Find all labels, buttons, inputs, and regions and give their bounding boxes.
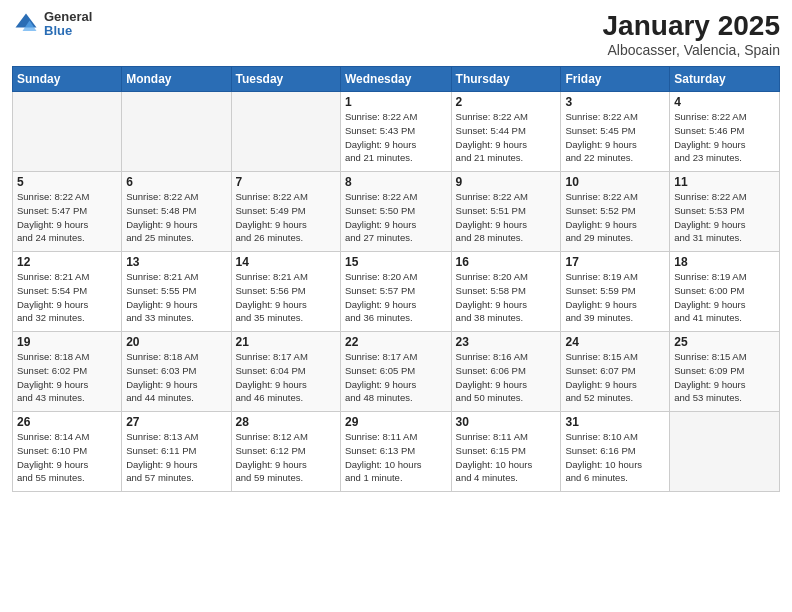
- logo-general: General: [44, 10, 92, 24]
- svg-marker-0: [16, 14, 37, 28]
- header-tuesday: Tuesday: [231, 67, 340, 92]
- header: General Blue January 2025 Albocasser, Va…: [12, 10, 780, 58]
- calendar-day: 19Sunrise: 8:18 AM Sunset: 6:02 PM Dayli…: [13, 332, 122, 412]
- day-info: Sunrise: 8:21 AM Sunset: 5:56 PM Dayligh…: [236, 270, 336, 325]
- header-thursday: Thursday: [451, 67, 561, 92]
- calendar-title: January 2025: [603, 10, 780, 42]
- day-number: 16: [456, 255, 557, 269]
- day-info: Sunrise: 8:16 AM Sunset: 6:06 PM Dayligh…: [456, 350, 557, 405]
- day-info: Sunrise: 8:17 AM Sunset: 6:05 PM Dayligh…: [345, 350, 447, 405]
- day-info: Sunrise: 8:14 AM Sunset: 6:10 PM Dayligh…: [17, 430, 117, 485]
- calendar-day: 3Sunrise: 8:22 AM Sunset: 5:45 PM Daylig…: [561, 92, 670, 172]
- day-info: Sunrise: 8:22 AM Sunset: 5:48 PM Dayligh…: [126, 190, 226, 245]
- header-wednesday: Wednesday: [340, 67, 451, 92]
- day-info: Sunrise: 8:22 AM Sunset: 5:52 PM Dayligh…: [565, 190, 665, 245]
- day-info: Sunrise: 8:15 AM Sunset: 6:07 PM Dayligh…: [565, 350, 665, 405]
- day-number: 23: [456, 335, 557, 349]
- day-info: Sunrise: 8:18 AM Sunset: 6:03 PM Dayligh…: [126, 350, 226, 405]
- day-info: Sunrise: 8:17 AM Sunset: 6:04 PM Dayligh…: [236, 350, 336, 405]
- day-info: Sunrise: 8:21 AM Sunset: 5:54 PM Dayligh…: [17, 270, 117, 325]
- day-info: Sunrise: 8:20 AM Sunset: 5:58 PM Dayligh…: [456, 270, 557, 325]
- calendar-day: 30Sunrise: 8:11 AM Sunset: 6:15 PM Dayli…: [451, 412, 561, 492]
- calendar-day: 31Sunrise: 8:10 AM Sunset: 6:16 PM Dayli…: [561, 412, 670, 492]
- day-info: Sunrise: 8:22 AM Sunset: 5:51 PM Dayligh…: [456, 190, 557, 245]
- calendar-day: 26Sunrise: 8:14 AM Sunset: 6:10 PM Dayli…: [13, 412, 122, 492]
- day-info: Sunrise: 8:19 AM Sunset: 6:00 PM Dayligh…: [674, 270, 775, 325]
- calendar-day: 29Sunrise: 8:11 AM Sunset: 6:13 PM Dayli…: [340, 412, 451, 492]
- day-number: 14: [236, 255, 336, 269]
- day-info: Sunrise: 8:22 AM Sunset: 5:44 PM Dayligh…: [456, 110, 557, 165]
- day-info: Sunrise: 8:20 AM Sunset: 5:57 PM Dayligh…: [345, 270, 447, 325]
- day-info: Sunrise: 8:22 AM Sunset: 5:45 PM Dayligh…: [565, 110, 665, 165]
- day-info: Sunrise: 8:13 AM Sunset: 6:11 PM Dayligh…: [126, 430, 226, 485]
- day-number: 8: [345, 175, 447, 189]
- logo: General Blue: [12, 10, 92, 39]
- logo-icon: [12, 10, 40, 38]
- day-number: 17: [565, 255, 665, 269]
- calendar-day: 20Sunrise: 8:18 AM Sunset: 6:03 PM Dayli…: [122, 332, 231, 412]
- day-info: Sunrise: 8:12 AM Sunset: 6:12 PM Dayligh…: [236, 430, 336, 485]
- logo-blue: Blue: [44, 24, 92, 38]
- calendar-day: 27Sunrise: 8:13 AM Sunset: 6:11 PM Dayli…: [122, 412, 231, 492]
- calendar-body: 1Sunrise: 8:22 AM Sunset: 5:43 PM Daylig…: [13, 92, 780, 492]
- day-number: 27: [126, 415, 226, 429]
- calendar-day: 6Sunrise: 8:22 AM Sunset: 5:48 PM Daylig…: [122, 172, 231, 252]
- calendar-day: 1Sunrise: 8:22 AM Sunset: 5:43 PM Daylig…: [340, 92, 451, 172]
- calendar-day: 28Sunrise: 8:12 AM Sunset: 6:12 PM Dayli…: [231, 412, 340, 492]
- day-number: 3: [565, 95, 665, 109]
- calendar-day: 23Sunrise: 8:16 AM Sunset: 6:06 PM Dayli…: [451, 332, 561, 412]
- day-number: 11: [674, 175, 775, 189]
- day-info: Sunrise: 8:22 AM Sunset: 5:50 PM Dayligh…: [345, 190, 447, 245]
- day-info: Sunrise: 8:11 AM Sunset: 6:13 PM Dayligh…: [345, 430, 447, 485]
- day-info: Sunrise: 8:21 AM Sunset: 5:55 PM Dayligh…: [126, 270, 226, 325]
- calendar-subtitle: Albocasser, Valencia, Spain: [603, 42, 780, 58]
- day-number: 2: [456, 95, 557, 109]
- day-info: Sunrise: 8:18 AM Sunset: 6:02 PM Dayligh…: [17, 350, 117, 405]
- calendar-week-2: 5Sunrise: 8:22 AM Sunset: 5:47 PM Daylig…: [13, 172, 780, 252]
- day-info: Sunrise: 8:19 AM Sunset: 5:59 PM Dayligh…: [565, 270, 665, 325]
- calendar-day: 7Sunrise: 8:22 AM Sunset: 5:49 PM Daylig…: [231, 172, 340, 252]
- day-info: Sunrise: 8:22 AM Sunset: 5:46 PM Dayligh…: [674, 110, 775, 165]
- day-info: Sunrise: 8:11 AM Sunset: 6:15 PM Dayligh…: [456, 430, 557, 485]
- day-number: 4: [674, 95, 775, 109]
- day-number: 19: [17, 335, 117, 349]
- calendar-day: 18Sunrise: 8:19 AM Sunset: 6:00 PM Dayli…: [670, 252, 780, 332]
- title-block: January 2025 Albocasser, Valencia, Spain: [603, 10, 780, 58]
- calendar-table: Sunday Monday Tuesday Wednesday Thursday…: [12, 66, 780, 492]
- calendar-day: 25Sunrise: 8:15 AM Sunset: 6:09 PM Dayli…: [670, 332, 780, 412]
- day-number: 5: [17, 175, 117, 189]
- day-number: 26: [17, 415, 117, 429]
- calendar-day: 17Sunrise: 8:19 AM Sunset: 5:59 PM Dayli…: [561, 252, 670, 332]
- calendar-week-4: 19Sunrise: 8:18 AM Sunset: 6:02 PM Dayli…: [13, 332, 780, 412]
- logo-text: General Blue: [44, 10, 92, 39]
- day-number: 22: [345, 335, 447, 349]
- day-number: 9: [456, 175, 557, 189]
- day-number: 7: [236, 175, 336, 189]
- day-number: 31: [565, 415, 665, 429]
- calendar-day: 24Sunrise: 8:15 AM Sunset: 6:07 PM Dayli…: [561, 332, 670, 412]
- day-number: 20: [126, 335, 226, 349]
- header-friday: Friday: [561, 67, 670, 92]
- calendar-day: 11Sunrise: 8:22 AM Sunset: 5:53 PM Dayli…: [670, 172, 780, 252]
- calendar-day: 4Sunrise: 8:22 AM Sunset: 5:46 PM Daylig…: [670, 92, 780, 172]
- calendar-week-5: 26Sunrise: 8:14 AM Sunset: 6:10 PM Dayli…: [13, 412, 780, 492]
- calendar-day: 5Sunrise: 8:22 AM Sunset: 5:47 PM Daylig…: [13, 172, 122, 252]
- page: General Blue January 2025 Albocasser, Va…: [0, 0, 792, 612]
- day-number: 15: [345, 255, 447, 269]
- calendar-day: 21Sunrise: 8:17 AM Sunset: 6:04 PM Dayli…: [231, 332, 340, 412]
- calendar-day: 14Sunrise: 8:21 AM Sunset: 5:56 PM Dayli…: [231, 252, 340, 332]
- calendar-day: [13, 92, 122, 172]
- day-number: 12: [17, 255, 117, 269]
- day-number: 6: [126, 175, 226, 189]
- calendar-day: [231, 92, 340, 172]
- day-info: Sunrise: 8:22 AM Sunset: 5:43 PM Dayligh…: [345, 110, 447, 165]
- day-info: Sunrise: 8:22 AM Sunset: 5:53 PM Dayligh…: [674, 190, 775, 245]
- calendar-day: 10Sunrise: 8:22 AM Sunset: 5:52 PM Dayli…: [561, 172, 670, 252]
- calendar-day: 16Sunrise: 8:20 AM Sunset: 5:58 PM Dayli…: [451, 252, 561, 332]
- day-number: 30: [456, 415, 557, 429]
- day-number: 29: [345, 415, 447, 429]
- day-info: Sunrise: 8:10 AM Sunset: 6:16 PM Dayligh…: [565, 430, 665, 485]
- calendar-day: 9Sunrise: 8:22 AM Sunset: 5:51 PM Daylig…: [451, 172, 561, 252]
- calendar-week-3: 12Sunrise: 8:21 AM Sunset: 5:54 PM Dayli…: [13, 252, 780, 332]
- day-number: 28: [236, 415, 336, 429]
